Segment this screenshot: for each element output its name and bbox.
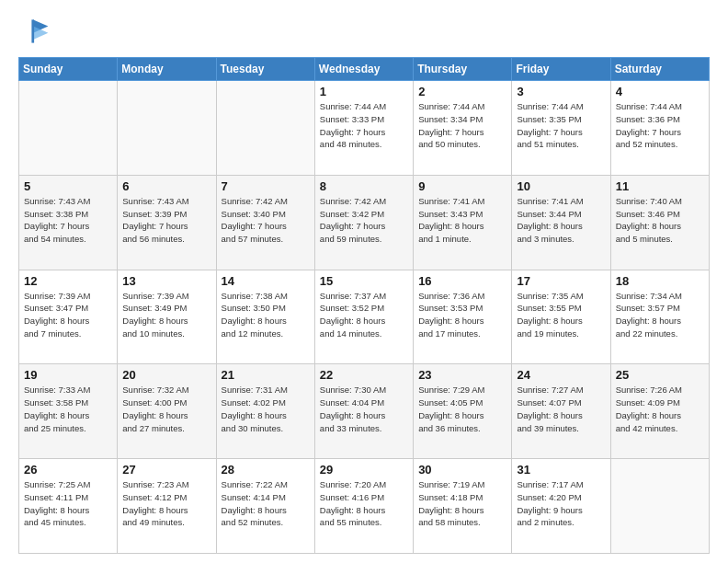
calendar-cell [610,459,709,554]
day-info: Sunrise: 7:25 AM Sunset: 4:11 PM Dayligh… [24,478,112,529]
day-info: Sunrise: 7:38 AM Sunset: 3:50 PM Dayligh… [222,290,310,340]
day-number: 16 [418,274,506,288]
calendar-cell: 8Sunrise: 7:42 AM Sunset: 3:42 PM Daylig… [314,175,413,270]
day-info: Sunrise: 7:22 AM Sunset: 4:14 PM Dayligh… [222,478,310,529]
calendar-cell: 6Sunrise: 7:43 AM Sunset: 3:39 PM Daylig… [118,175,216,270]
day-info: Sunrise: 7:36 AM Sunset: 3:53 PM Dayligh… [418,290,506,340]
day-info: Sunrise: 7:43 AM Sunset: 3:38 PM Dayligh… [24,195,112,246]
day-number: 17 [517,274,605,288]
day-number: 12 [24,274,112,288]
calendar-cell [216,81,314,176]
calendar-cell [118,81,216,176]
calendar-cell: 10Sunrise: 7:41 AM Sunset: 3:44 PM Dayli… [512,175,610,270]
day-number: 27 [122,463,210,477]
day-info: Sunrise: 7:17 AM Sunset: 4:20 PM Dayligh… [517,478,605,529]
day-info: Sunrise: 7:39 AM Sunset: 3:49 PM Dayligh… [122,290,210,340]
day-number: 24 [517,368,605,382]
day-info: Sunrise: 7:39 AM Sunset: 3:47 PM Dayligh… [24,290,112,340]
day-number: 21 [222,368,310,382]
day-number: 23 [418,368,506,382]
day-info: Sunrise: 7:26 AM Sunset: 4:09 PM Dayligh… [616,384,704,434]
calendar-cell: 25Sunrise: 7:26 AM Sunset: 4:09 PM Dayli… [610,364,709,459]
day-number: 22 [320,368,408,382]
day-number: 5 [24,179,112,193]
day-info: Sunrise: 7:40 AM Sunset: 3:46 PM Dayligh… [616,195,704,246]
day-number: 31 [517,463,605,477]
weekday-header: Thursday [414,58,512,81]
day-number: 18 [616,274,704,288]
calendar-week-row: 1Sunrise: 7:44 AM Sunset: 3:33 PM Daylig… [19,81,710,176]
calendar-cell: 23Sunrise: 7:29 AM Sunset: 4:05 PM Dayli… [414,364,512,459]
calendar-cell: 4Sunrise: 7:44 AM Sunset: 3:36 PM Daylig… [610,81,709,176]
day-info: Sunrise: 7:29 AM Sunset: 4:05 PM Dayligh… [418,384,506,434]
day-number: 6 [122,179,210,193]
calendar-table: SundayMondayTuesdayWednesdayThursdayFrid… [18,57,710,554]
day-number: 10 [517,179,605,193]
calendar-cell: 9Sunrise: 7:41 AM Sunset: 3:43 PM Daylig… [414,175,512,270]
calendar-cell: 1Sunrise: 7:44 AM Sunset: 3:33 PM Daylig… [314,81,413,176]
day-info: Sunrise: 7:44 AM Sunset: 3:36 PM Dayligh… [616,100,704,151]
day-info: Sunrise: 7:30 AM Sunset: 4:04 PM Dayligh… [320,384,408,434]
day-number: 1 [320,85,408,98]
calendar-cell: 26Sunrise: 7:25 AM Sunset: 4:11 PM Dayli… [19,459,118,554]
day-info: Sunrise: 7:44 AM Sunset: 3:35 PM Dayligh… [517,100,605,151]
svg-rect-3 [31,19,34,42]
calendar-cell: 3Sunrise: 7:44 AM Sunset: 3:35 PM Daylig… [512,81,610,176]
calendar-cell: 29Sunrise: 7:20 AM Sunset: 4:16 PM Dayli… [314,459,413,554]
day-number: 15 [320,274,408,288]
day-number: 8 [320,179,408,193]
day-info: Sunrise: 7:42 AM Sunset: 3:40 PM Dayligh… [222,195,310,246]
day-number: 2 [418,85,506,98]
day-info: Sunrise: 7:27 AM Sunset: 4:07 PM Dayligh… [517,384,605,434]
calendar-cell: 30Sunrise: 7:19 AM Sunset: 4:18 PM Dayli… [414,459,512,554]
day-number: 29 [320,463,408,477]
day-number: 9 [418,179,506,193]
calendar-cell: 14Sunrise: 7:38 AM Sunset: 3:50 PM Dayli… [216,270,314,364]
calendar-cell: 24Sunrise: 7:27 AM Sunset: 4:07 PM Dayli… [512,364,610,459]
day-number: 25 [616,368,704,382]
day-number: 11 [616,179,704,193]
day-number: 14 [222,274,310,288]
day-info: Sunrise: 7:44 AM Sunset: 3:34 PM Dayligh… [418,100,506,151]
day-number: 13 [122,274,210,288]
calendar-cell: 31Sunrise: 7:17 AM Sunset: 4:20 PM Dayli… [512,459,610,554]
calendar-cell: 21Sunrise: 7:31 AM Sunset: 4:02 PM Dayli… [216,364,314,459]
day-number: 3 [517,85,605,98]
day-info: Sunrise: 7:44 AM Sunset: 3:33 PM Dayligh… [320,100,408,151]
day-info: Sunrise: 7:20 AM Sunset: 4:16 PM Dayligh… [320,478,408,529]
weekday-header: Friday [512,58,610,81]
day-info: Sunrise: 7:41 AM Sunset: 3:43 PM Dayligh… [418,195,506,246]
calendar-cell: 12Sunrise: 7:39 AM Sunset: 3:47 PM Dayli… [19,270,118,364]
calendar-week-row: 26Sunrise: 7:25 AM Sunset: 4:11 PM Dayli… [19,459,710,554]
calendar-week-row: 19Sunrise: 7:33 AM Sunset: 3:58 PM Dayli… [19,364,710,459]
calendar-cell: 20Sunrise: 7:32 AM Sunset: 4:00 PM Dayli… [118,364,216,459]
day-info: Sunrise: 7:43 AM Sunset: 3:39 PM Dayligh… [122,195,210,246]
weekday-header: Monday [118,58,216,81]
day-info: Sunrise: 7:32 AM Sunset: 4:00 PM Dayligh… [122,384,210,434]
weekday-header: Tuesday [216,58,314,81]
weekday-header: Wednesday [314,58,413,81]
day-info: Sunrise: 7:37 AM Sunset: 3:52 PM Dayligh… [320,290,408,340]
calendar-cell: 18Sunrise: 7:34 AM Sunset: 3:57 PM Dayli… [610,270,709,364]
day-number: 7 [222,179,310,193]
calendar-cell: 22Sunrise: 7:30 AM Sunset: 4:04 PM Dayli… [314,364,413,459]
day-number: 4 [616,85,704,98]
weekday-header: Sunday [19,58,118,81]
calendar-cell [19,81,118,176]
calendar-cell: 7Sunrise: 7:42 AM Sunset: 3:40 PM Daylig… [216,175,314,270]
day-number: 20 [122,368,210,382]
calendar-cell: 16Sunrise: 7:36 AM Sunset: 3:53 PM Dayli… [414,270,512,364]
day-number: 26 [24,463,112,477]
logo-icon [18,15,51,48]
calendar-week-row: 5Sunrise: 7:43 AM Sunset: 3:38 PM Daylig… [19,175,710,270]
logo [18,15,57,48]
calendar-cell: 17Sunrise: 7:35 AM Sunset: 3:55 PM Dayli… [512,270,610,364]
day-info: Sunrise: 7:31 AM Sunset: 4:02 PM Dayligh… [222,384,310,434]
header [18,15,710,48]
calendar-cell: 19Sunrise: 7:33 AM Sunset: 3:58 PM Dayli… [19,364,118,459]
calendar-cell: 2Sunrise: 7:44 AM Sunset: 3:34 PM Daylig… [414,81,512,176]
weekday-header: Saturday [610,58,709,81]
day-info: Sunrise: 7:42 AM Sunset: 3:42 PM Dayligh… [320,195,408,246]
calendar-cell: 15Sunrise: 7:37 AM Sunset: 3:52 PM Dayli… [314,270,413,364]
page: SundayMondayTuesdayWednesdayThursdayFrid… [0,0,728,563]
